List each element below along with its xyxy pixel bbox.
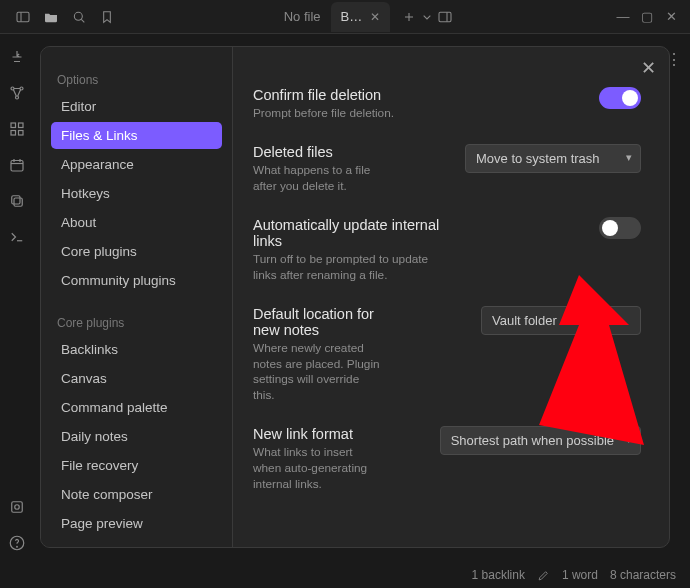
setting-title: Confirm file deletion [253,87,442,103]
copy-icon[interactable] [8,192,26,210]
terminal-icon[interactable] [8,228,26,246]
left-ribbon [0,34,34,588]
setting-auto-update-links: Automatically update internal links Turn… [253,217,641,284]
graph-icon[interactable] [8,84,26,102]
backlinks-count[interactable]: 1 backlink [472,568,525,582]
window-maximize[interactable]: ▢ [640,9,654,24]
core-plugins-header: Core plugins [57,316,216,330]
sidebar-item-canvas[interactable]: Canvas [51,365,222,392]
apps-icon[interactable] [8,120,26,138]
settings-sidebar: Options EditorFiles & LinksAppearanceHot… [41,47,233,547]
setting-desc: Where newly created notes are placed. Pl… [253,341,383,405]
status-bar: 1 backlink 1 word 8 characters [0,562,690,588]
svg-rect-19 [14,198,22,206]
deleted-files-dropdown[interactable]: Move to system trash [465,144,641,173]
close-icon[interactable]: ✕ [637,57,659,79]
sidebar-item-hotkeys[interactable]: Hotkeys [51,180,222,207]
options-header: Options [57,73,216,87]
new-link-format-dropdown[interactable]: Shortest path when possible [440,426,641,455]
settings-pane: ✕ Confirm file deletion Prompt before fi… [233,47,669,547]
sidebar-right-icon[interactable] [436,8,454,26]
svg-rect-14 [19,131,24,136]
folder-icon[interactable] [42,8,60,26]
svg-rect-22 [12,502,23,513]
svg-rect-12 [19,123,24,128]
window-close[interactable]: ✕ [664,9,678,24]
sidebar-item-daily-notes[interactable]: Daily notes [51,423,222,450]
setting-desc: Turn off to be prompted to update links … [253,252,442,284]
setting-deleted-files: Deleted files What happens to a file aft… [253,144,641,195]
sidebar-item-command-palette[interactable]: Command palette [51,394,222,421]
sidebar-left-icon[interactable] [14,8,32,26]
char-count: 8 characters [610,568,676,582]
svg-rect-13 [11,131,16,136]
svg-point-2 [74,12,82,20]
sidebar-item-page-preview[interactable]: Page preview [51,510,222,537]
setting-desc: What links to insert when auto-generatin… [253,445,383,493]
tab-label: B… [341,9,363,24]
sidebar-item-file-recovery[interactable]: File recovery [51,452,222,479]
sidebar-item-backlinks[interactable]: Backlinks [51,336,222,363]
svg-rect-15 [11,161,23,172]
quick-switcher-icon[interactable] [8,48,26,66]
svg-rect-0 [17,12,29,21]
calendar-icon[interactable] [8,156,26,174]
sidebar-item-files-links[interactable]: Files & Links [51,122,222,149]
svg-point-10 [16,96,19,99]
setting-desc: What happens to a file after you delete … [253,163,383,195]
sidebar-item-about[interactable]: About [51,209,222,236]
word-count: 1 word [562,568,598,582]
search-icon[interactable] [70,8,88,26]
sidebar-item-core-plugins[interactable]: Core plugins [51,238,222,265]
svg-point-23 [15,505,20,510]
setting-new-link-format: New link format What links to insert whe… [253,426,641,493]
default-location-field[interactable]: Vault folder [481,306,641,335]
setting-confirm-delete: Confirm file deletion Prompt before file… [253,87,641,122]
pencil-icon[interactable] [537,569,550,582]
svg-rect-20 [12,196,20,204]
sidebar-item-note-composer[interactable]: Note composer [51,481,222,508]
titlebar: No file B… ✕ — ▢ ✕ [0,0,690,34]
setting-desc: Prompt before file deletion. [253,106,442,122]
close-tab-icon[interactable]: ✕ [370,10,380,24]
setting-title: Deleted files [253,144,383,160]
sidebar-item-community-plugins[interactable]: Community plugins [51,267,222,294]
svg-rect-11 [11,123,16,128]
auto-update-links-toggle[interactable] [599,217,641,239]
setting-default-location: Default location for new notes Where new… [253,306,641,405]
bookmark-icon[interactable] [98,8,116,26]
settings-modal: Options EditorFiles & LinksAppearanceHot… [40,46,670,548]
svg-point-25 [17,546,18,547]
setting-title: Automatically update internal links [253,217,442,249]
svg-line-3 [81,19,84,22]
confirm-delete-toggle[interactable] [599,87,641,109]
tab-active[interactable]: B… ✕ [331,2,391,32]
setting-title: New link format [253,426,383,442]
sidebar-item-appearance[interactable]: Appearance [51,151,222,178]
sidebar-item-editor[interactable]: Editor [51,93,222,120]
chevron-down-icon[interactable] [418,8,436,26]
window-minimize[interactable]: — [616,9,630,24]
tab-label: No file [284,9,321,24]
vault-icon[interactable] [8,498,26,516]
tab-inactive[interactable]: No file [274,2,331,32]
help-icon[interactable] [8,534,26,552]
svg-rect-6 [439,12,451,21]
new-tab-icon[interactable] [400,8,418,26]
setting-title: Default location for new notes [253,306,383,338]
